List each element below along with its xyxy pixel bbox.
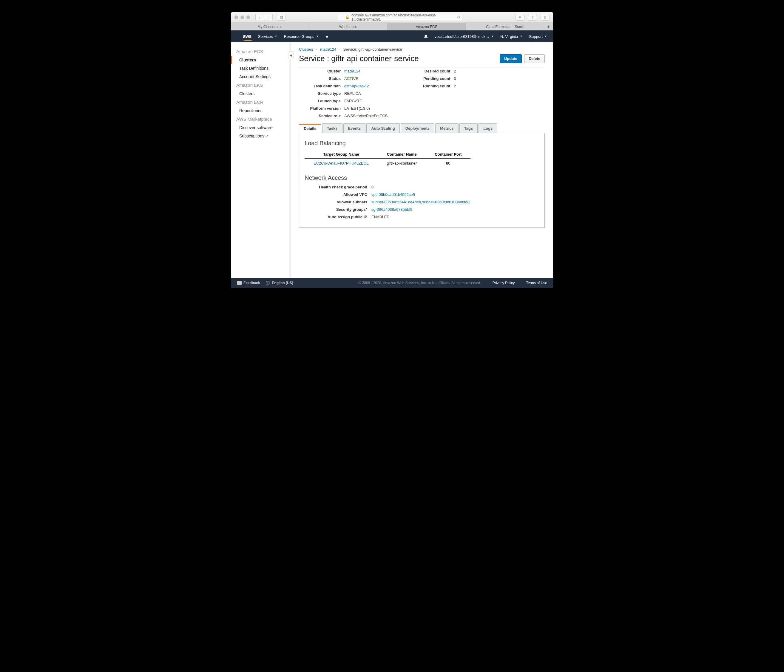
- zoom-window-icon[interactable]: [246, 16, 250, 19]
- platform-value: LATEST(1.3.0): [344, 106, 387, 110]
- sidebar-item-task-definitions[interactable]: Task Definitions: [231, 64, 290, 73]
- tab-autoscaling[interactable]: Auto Scaling: [366, 123, 400, 133]
- url-text: console.aws.amazon.com/ecs/home?region=u…: [352, 13, 454, 22]
- sidebar-item-account-settings[interactable]: Account Settings: [231, 73, 290, 81]
- subnets-label: Allowed subnets: [305, 200, 367, 204]
- feedback-link[interactable]: Feedback: [237, 281, 260, 285]
- vpc-link[interactable]: vpc-06b0cad01b4992ce5: [372, 192, 539, 197]
- tab-my-classrooms[interactable]: My Classrooms: [231, 23, 310, 30]
- close-window-icon[interactable]: [235, 16, 238, 19]
- lock-icon: 🔒: [345, 15, 350, 19]
- platform-label: Platform version: [299, 106, 341, 110]
- network-grid: Health check grace period 0 Allowed VPC …: [305, 185, 539, 219]
- back-button[interactable]: ‹: [256, 14, 264, 20]
- tab-details[interactable]: Details: [299, 124, 321, 133]
- target-group-link[interactable]: EC2Co-Defau-4U7PHU4LZBOL: [305, 158, 378, 168]
- role-label: Service role: [299, 113, 341, 118]
- desired-label: Desired count: [405, 69, 450, 73]
- sidebar-item-clusters[interactable]: Clusters: [231, 56, 290, 64]
- vpc-label: Allowed VPC: [305, 192, 367, 197]
- crumb-cluster-name[interactable]: mad9124: [320, 47, 336, 51]
- container-port-cell: 80: [426, 158, 470, 168]
- update-button[interactable]: Update: [500, 54, 522, 63]
- region-menu[interactable]: N. Virginia▼: [500, 34, 523, 39]
- taskdef-link[interactable]: giftr-api-task:2: [344, 84, 387, 88]
- delete-button[interactable]: Delete: [524, 54, 545, 63]
- tab-deployments[interactable]: Deployments: [401, 123, 435, 133]
- mac-titlebar: ‹ › ▥ 🔒 console.aws.amazon.com/ecs/home?…: [231, 12, 553, 23]
- tab-events[interactable]: Events: [343, 123, 366, 133]
- address-bar[interactable]: 🔒 console.aws.amazon.com/ecs/home?region…: [337, 14, 462, 21]
- running-label: Running count: [405, 84, 450, 88]
- resource-groups-menu[interactable]: Resource Groups▼: [284, 34, 319, 39]
- aws-logo[interactable]: aws: [243, 34, 252, 39]
- breadcrumb: Clusters › mad9124 › Service: giftr-api-…: [299, 47, 545, 51]
- terms-link[interactable]: Terms of Use: [526, 281, 547, 285]
- sidebar-item-label: Subscriptions: [239, 133, 264, 138]
- services-label: Services: [258, 34, 273, 39]
- pin-icon[interactable]: ★: [325, 34, 329, 39]
- chevron-down-icon: ▼: [275, 35, 277, 38]
- aws-top-nav: aws Services▼ Resource Groups▼ ★ 🔔︎ vocs…: [231, 30, 553, 42]
- tab-metrics[interactable]: Metrics: [435, 123, 459, 133]
- load-balancing-table: Target Group Name Container Name Contain…: [305, 150, 470, 168]
- chevron-down-icon: ▼: [544, 35, 547, 38]
- browser-window: ‹ › ▥ 🔒 console.aws.amazon.com/ecs/home?…: [231, 12, 553, 288]
- sidebar-collapse-button[interactable]: ◀: [288, 51, 294, 59]
- minimize-window-icon[interactable]: [240, 16, 244, 19]
- sidebar-item-discover-software[interactable]: Discover software: [231, 123, 290, 132]
- notifications-icon[interactable]: 🔔︎: [424, 34, 428, 39]
- region-label: N. Virginia: [500, 34, 518, 39]
- sidebar-head-eks: Amazon EKS: [231, 81, 290, 90]
- support-menu[interactable]: Support▼: [529, 34, 547, 39]
- language-selector[interactable]: English (US): [266, 281, 293, 285]
- tab-logs[interactable]: Logs: [479, 123, 497, 133]
- services-menu[interactable]: Services▼: [258, 34, 277, 39]
- tab-amazon-ecs[interactable]: Amazon ECS: [387, 23, 466, 30]
- service-summary: Cluster mad9124 Status ACTIVE Task defin…: [299, 67, 545, 118]
- tab-cloudformation[interactable]: CloudFormation - Stack: [466, 23, 544, 30]
- sidebar-item-eks-clusters[interactable]: Clusters: [231, 90, 290, 98]
- main-content: Clusters › mad9124 › Service: giftr-api-…: [291, 42, 553, 278]
- sidebar-head-ecr: Amazon ECR: [231, 98, 290, 106]
- traffic-lights: [235, 16, 250, 19]
- tab-workbench[interactable]: Workbench: [310, 23, 388, 30]
- privacy-link[interactable]: Privacy Policy: [493, 281, 515, 285]
- sidebar-item-subscriptions[interactable]: Subscriptions ↗: [231, 132, 290, 140]
- share-icon[interactable]: ⇪: [528, 14, 537, 20]
- subnets-link[interactable]: subnet-00638656441de4deb,subnet-0260f0e6…: [372, 200, 539, 204]
- chevron-right-icon: ›: [339, 48, 340, 51]
- tabs-icon[interactable]: ⧉: [541, 14, 549, 20]
- running-value: 2: [454, 84, 456, 88]
- tab-tags[interactable]: Tags: [459, 123, 478, 133]
- status-value: ACTIVE: [344, 76, 387, 81]
- sidebar-head-marketplace: AWS Marketplace: [231, 115, 290, 123]
- table-row: EC2Co-Defau-4U7PHU4LZBOL giftr-api-conta…: [305, 158, 470, 168]
- feedback-label: Feedback: [243, 281, 260, 285]
- copyright-text: © 2008 - 2020, Amazon Web Services, Inc.…: [358, 281, 481, 285]
- forward-button[interactable]: ›: [264, 14, 272, 20]
- autoip-value: ENABLED: [372, 215, 539, 219]
- account-menu[interactable]: vocstartsoft/user681983=mck…▼: [435, 34, 494, 39]
- reload-icon[interactable]: ⟳: [457, 15, 460, 19]
- autoip-label: Auto-assign public IP: [305, 215, 367, 219]
- support-label: Support: [529, 34, 543, 39]
- downloads-icon[interactable]: ⬇: [515, 14, 524, 20]
- cluster-link[interactable]: mad9124: [344, 69, 387, 73]
- sg-label: Security groups*: [305, 207, 367, 212]
- crumb-clusters[interactable]: Clusters: [299, 47, 313, 51]
- sidebar-item-repositories[interactable]: Repositories: [231, 106, 290, 115]
- servicetype-label: Service type: [299, 91, 341, 96]
- sidebar-toggle-icon[interactable]: ▥: [277, 14, 286, 20]
- details-panel: Load Balancing Target Group Name Contain…: [299, 133, 545, 228]
- tab-tasks[interactable]: Tasks: [322, 123, 342, 133]
- new-tab-button[interactable]: +: [544, 23, 553, 30]
- cluster-label: Cluster: [299, 69, 341, 73]
- launchtype-value: FARGATE: [344, 99, 387, 103]
- feedback-icon: [237, 281, 242, 285]
- aws-footer: Feedback English (US) © 2008 - 2020, Ama…: [231, 278, 553, 288]
- col-container-name: Container Name: [378, 150, 426, 158]
- grace-label: Health check grace period: [305, 185, 367, 189]
- sg-link[interactable]: sg-096a4038a0785bbf9: [372, 207, 539, 212]
- globe-icon: [266, 281, 270, 285]
